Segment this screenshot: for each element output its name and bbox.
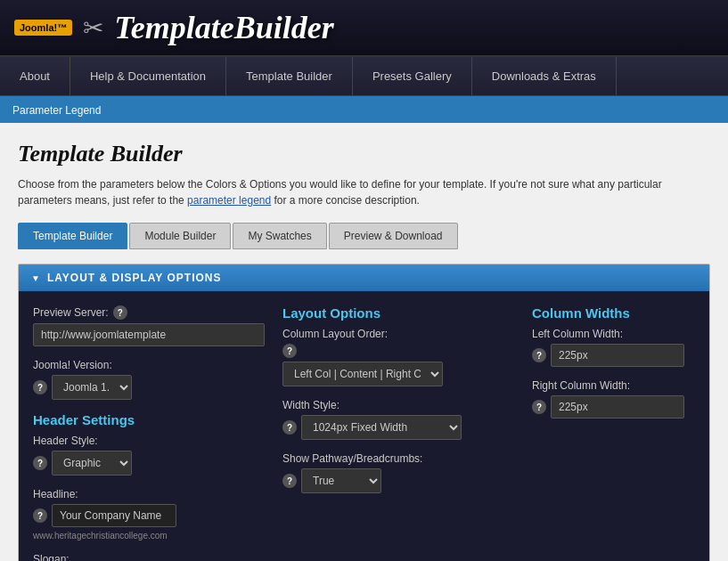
preview-server-help-icon[interactable]: ? bbox=[113, 305, 127, 320]
width-style-row: ? 1024px Fixed Width bbox=[282, 415, 514, 440]
nav-help[interactable]: Help & Documentation bbox=[70, 57, 226, 95]
slogan-group: Slogan: bbox=[33, 553, 265, 561]
pathway-help-icon[interactable]: ? bbox=[282, 474, 297, 488]
section-header: ▼ LAYOUT & DISPLAY OPTIONS bbox=[19, 264, 709, 291]
joomla-version-row: ? Joomla 1.5 bbox=[33, 375, 265, 400]
left-width-row: ? bbox=[532, 344, 728, 367]
pathway-row: ? True False bbox=[282, 468, 514, 493]
app-header: Joomla!™ ✂ TemplateBuilder bbox=[0, 0, 728, 57]
tab-my-swatches[interactable]: My Swatches bbox=[233, 223, 326, 249]
joomla-version-label: Joomla! Version: bbox=[33, 359, 265, 371]
preview-server-input[interactable] bbox=[33, 323, 265, 346]
nav-template-builder[interactable]: Template Builder bbox=[226, 57, 353, 95]
left-width-help-icon[interactable]: ? bbox=[532, 348, 546, 362]
right-width-help-icon[interactable]: ? bbox=[532, 400, 546, 414]
section-body: Preview Server: ? Joomla! Version: ? Joo… bbox=[19, 291, 709, 561]
slogan-label: Slogan: bbox=[33, 553, 265, 561]
layout-section: ▼ LAYOUT & DISPLAY OPTIONS Preview Serve… bbox=[18, 264, 710, 561]
collapse-icon: ▼ bbox=[31, 273, 40, 283]
template-icon: ✂ bbox=[83, 13, 103, 43]
header-settings-title: Header Settings bbox=[33, 412, 265, 427]
header-settings-group: Header Settings Header Style: ? Graphic bbox=[33, 412, 265, 476]
main-nav: About Help & Documentation Template Buil… bbox=[0, 57, 728, 96]
width-style-help-icon[interactable]: ? bbox=[282, 420, 297, 435]
main-content: Template Builder Choose from the paramet… bbox=[0, 123, 728, 561]
tabs-row: Template Builder Module Builder My Swatc… bbox=[18, 223, 710, 249]
layout-options-title: Layout Options bbox=[282, 305, 514, 321]
joomla-badge: Joomla!™ bbox=[14, 20, 72, 36]
parameter-legend-link[interactable]: Parameter Legend bbox=[12, 104, 101, 117]
pathway-group: Show Pathway/Breadcrumbs: ? True False bbox=[282, 452, 514, 493]
right-width-row: ? bbox=[532, 395, 728, 419]
width-style-label: Width Style: bbox=[282, 399, 514, 411]
header-style-select[interactable]: Graphic bbox=[52, 451, 132, 476]
left-width-label: Left Column Width: bbox=[532, 328, 728, 340]
column-layout-help-icon[interactable]: ? bbox=[282, 344, 297, 358]
headline-label: Headline: bbox=[33, 488, 265, 500]
right-width-label: Right Column Width: bbox=[532, 379, 728, 392]
header-style-label: Header Style: bbox=[33, 435, 265, 447]
nav-about[interactable]: About bbox=[0, 57, 70, 95]
pathway-label: Show Pathway/Breadcrumbs: bbox=[282, 452, 514, 465]
nav-presets[interactable]: Presets Gallery bbox=[353, 57, 472, 95]
tab-preview-download[interactable]: Preview & Download bbox=[329, 223, 458, 249]
column-layout-label: Column Layout Order: bbox=[282, 328, 514, 340]
joomla-version-help-icon[interactable]: ? bbox=[33, 380, 47, 394]
tab-module-builder[interactable]: Module Builder bbox=[129, 223, 231, 249]
section-title: LAYOUT & DISPLAY OPTIONS bbox=[47, 272, 222, 284]
parameter-legend-inline-link[interactable]: parameter legend bbox=[187, 194, 271, 207]
header-style-help-icon[interactable]: ? bbox=[33, 456, 47, 470]
left-width-group: Left Column Width: ? bbox=[532, 328, 728, 367]
page-title: Template Builder bbox=[18, 141, 710, 167]
header-style-row: ? Graphic bbox=[33, 451, 265, 476]
left-width-input[interactable] bbox=[551, 344, 684, 367]
column-widths-title: Column Widths bbox=[532, 305, 728, 321]
right-column: Column Widths Left Column Width: ? Right… bbox=[532, 305, 728, 561]
sub-nav: Parameter Legend bbox=[0, 96, 728, 123]
right-width-input[interactable] bbox=[551, 395, 684, 419]
headline-help-icon[interactable]: ? bbox=[33, 508, 47, 523]
column-layout-group: Column Layout Order: ? Left Col | Conten… bbox=[282, 328, 514, 386]
column-layout-select[interactable]: Left Col | Content | Right Col bbox=[282, 362, 443, 386]
headline-group: Headline: ? www.heritagechristiancollege… bbox=[33, 488, 265, 541]
tab-template-builder[interactable]: Template Builder bbox=[18, 223, 127, 249]
right-width-group: Right Column Width: ? bbox=[532, 379, 728, 419]
width-style-group: Width Style: ? 1024px Fixed Width bbox=[282, 399, 514, 440]
joomla-version-select[interactable]: Joomla 1.5 bbox=[52, 375, 132, 400]
middle-column: Layout Options Column Layout Order: ? Le… bbox=[282, 305, 514, 561]
preview-server-group: Preview Server: ? bbox=[33, 305, 265, 346]
joomla-version-group: Joomla! Version: ? Joomla 1.5 bbox=[33, 359, 265, 400]
headline-input[interactable] bbox=[52, 504, 176, 527]
app-title: TemplateBuilder bbox=[114, 9, 334, 46]
headline-row: ? bbox=[33, 504, 265, 527]
column-layout-help-row: ? bbox=[282, 344, 514, 358]
nav-downloads[interactable]: Downloads & Extras bbox=[472, 57, 617, 95]
page-description: Choose from the parameters below the Col… bbox=[18, 176, 710, 208]
left-column: Preview Server: ? Joomla! Version: ? Joo… bbox=[33, 305, 265, 561]
width-style-select[interactable]: 1024px Fixed Width bbox=[301, 415, 462, 440]
preview-server-label: Preview Server: ? bbox=[33, 305, 265, 320]
headline-website: www.heritagechristiancollege.com bbox=[33, 531, 265, 541]
pathway-select[interactable]: True False bbox=[301, 468, 381, 493]
